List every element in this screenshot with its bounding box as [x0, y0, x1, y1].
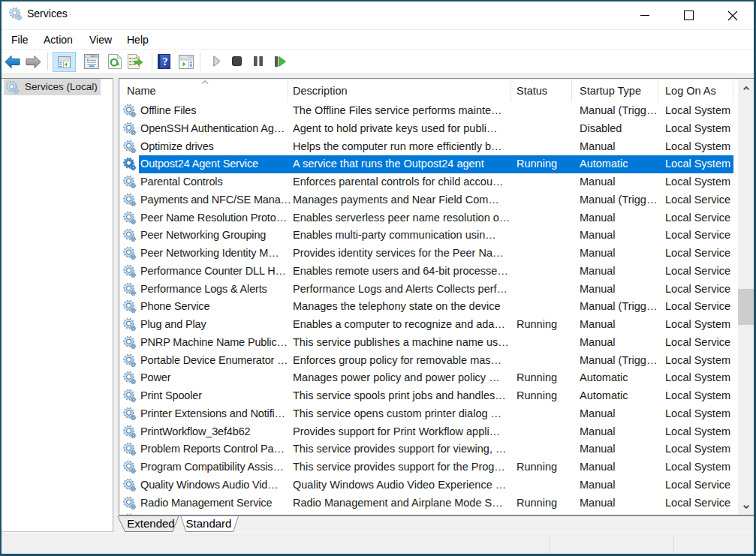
start-service-button[interactable] [213, 56, 221, 67]
help-button[interactable] [158, 54, 170, 69]
back-button[interactable] [5, 55, 20, 69]
column-header-startup-type[interactable]: Startup Type [572, 79, 658, 102]
service-row[interactable]: OpenSSH Authentication Ag… Agent to hold… [119, 120, 738, 138]
service-gear-icon [122, 425, 137, 439]
cell-name: Power [140, 371, 291, 383]
toolbar [2, 50, 754, 74]
column-header-status[interactable]: Status [511, 79, 572, 102]
service-row[interactable]: Problem Reports Control Pa… This service… [119, 440, 738, 458]
export-list-button[interactable] [128, 54, 143, 69]
cell-name: Optimize drives [140, 140, 291, 152]
cell-status: Running [517, 497, 571, 509]
maximize-button[interactable] [671, 2, 706, 29]
menu-action[interactable]: Action [44, 34, 73, 46]
forward-button[interactable] [26, 55, 41, 69]
service-row[interactable]: Plug and Play Enables a computer to reco… [119, 316, 738, 334]
service-row[interactable]: Peer Networking Identity M… Provides ide… [119, 245, 738, 263]
action-pane-icon [179, 55, 194, 69]
cell-description: Quality Windows Audio Video Experience … [293, 479, 509, 491]
cell-name: Program Compatibility Assis… [140, 461, 291, 473]
list-header: Name Description Status Startup Type Log… [119, 79, 738, 102]
service-gear-icon [122, 228, 137, 242]
service-row[interactable]: Offline Files The Offline Files service … [119, 102, 738, 120]
cell-status: Running [517, 389, 571, 401]
cell-log-on-as: Local System [665, 354, 734, 366]
cell-log-on-as: Local System [665, 104, 734, 116]
cell-name: Peer Networking Identity M… [140, 247, 291, 259]
cell-log-on-as: Local Service [665, 194, 734, 206]
close-button[interactable] [715, 2, 750, 29]
service-gear-icon [122, 299, 137, 314]
cell-startup-type: Automatic [580, 158, 656, 170]
service-row[interactable]: Performance Counter DLL H… Enables remot… [119, 263, 738, 281]
menu-file[interactable]: File [11, 34, 29, 46]
properties-button[interactable] [84, 54, 99, 69]
cell-description: Enforces parental controls for child acc… [293, 176, 509, 188]
service-row[interactable]: Portable Device Enumerator … Enforces gr… [119, 352, 738, 370]
cell-log-on-as: Local Service [665, 300, 734, 312]
cell-name: Performance Counter DLL H… [140, 265, 291, 277]
cell-startup-type: Manual (Trigg… [580, 300, 656, 312]
service-row[interactable]: Radio Management Service Radio Managemen… [119, 494, 738, 512]
cell-description: This service publishes a machine name us… [293, 336, 509, 348]
service-row[interactable]: Printer Extensions and Notifi… This serv… [119, 405, 738, 423]
help-book-icon [158, 54, 170, 69]
service-row[interactable]: PNRP Machine Name Public… This service p… [119, 334, 738, 352]
cell-description: Agent to hold private keys used for publ… [293, 122, 509, 134]
cell-name: Print Spooler [140, 389, 291, 401]
show-hide-console-tree-button[interactable] [53, 52, 76, 72]
scroll-up-button[interactable] [738, 79, 754, 92]
service-row[interactable]: Print Spooler This service spools print … [119, 387, 738, 405]
pause-service-button[interactable] [254, 56, 263, 66]
cell-description: The Offline Files service performs maint… [293, 104, 509, 116]
scroll-down-button[interactable] [738, 502, 754, 515]
menu-help[interactable]: Help [127, 34, 149, 46]
tab-standard[interactable]: Standard [182, 517, 235, 530]
service-row[interactable]: Payments and NFC/SE Mana… Manages paymen… [119, 191, 738, 209]
service-row[interactable]: Quality Windows Audio Vid… Quality Windo… [119, 476, 738, 494]
tab-extended[interactable]: Extended [125, 517, 177, 530]
service-row[interactable]: Peer Name Resolution Proto… Enables serv… [119, 209, 738, 227]
cell-name: PNRP Machine Name Public… [140, 336, 291, 348]
cell-startup-type: Manual [580, 425, 656, 437]
cell-name: Payments and NFC/SE Mana… [140, 194, 291, 206]
service-row[interactable]: Power Manages power policy and power pol… [119, 369, 738, 387]
tree-item-services-local[interactable]: Services (Local) [4, 79, 101, 95]
column-header-name[interactable]: Name [119, 79, 288, 102]
minimize-button[interactable] [628, 2, 662, 29]
service-row[interactable]: PrintWorkflow_3ef4b62 Provides support f… [119, 423, 738, 441]
service-row[interactable]: Performance Logs & Alerts Performance Lo… [119, 281, 738, 299]
service-row[interactable]: Program Compatibility Assis… This servic… [119, 458, 738, 476]
cell-startup-type: Automatic [580, 371, 656, 383]
cell-status: Running [517, 461, 571, 473]
scrollbar-thumb[interactable] [738, 289, 754, 325]
stop-service-button[interactable] [232, 56, 242, 66]
service-row[interactable]: Parental Controls Enforces parental cont… [119, 173, 738, 191]
service-row[interactable]: Optimize drives Helps the computer run m… [119, 138, 738, 156]
cell-startup-type: Manual [580, 247, 656, 259]
cell-log-on-as: Local System [665, 389, 734, 401]
restart-service-button[interactable] [275, 56, 286, 67]
vertical-scrollbar[interactable] [738, 79, 754, 515]
services-window: Services File Action View Help [0, 0, 756, 556]
show-hide-action-pane-button[interactable] [179, 55, 194, 69]
service-row[interactable]: Outpost24 Agent Service A service that r… [119, 155, 738, 173]
cell-log-on-as: Local Service [665, 336, 734, 348]
cell-description: Helps the computer run more efficiently … [293, 140, 509, 152]
refresh-button[interactable] [108, 54, 122, 69]
forward-arrow-icon [26, 55, 41, 69]
services-gear-icon [8, 7, 23, 21]
status-bar [2, 532, 754, 554]
cell-name: Printer Extensions and Notifi… [140, 407, 291, 419]
cell-description: Manages power policy and power policy … [293, 371, 509, 383]
column-header-description[interactable]: Description [288, 79, 511, 102]
column-header-log-on-as[interactable]: Log On As [658, 79, 733, 102]
cell-name: Performance Logs & Alerts [140, 283, 291, 295]
column-separator[interactable] [733, 80, 733, 102]
service-row[interactable]: Peer Networking Grouping Enables multi-p… [119, 227, 738, 245]
cell-name: Quality Windows Audio Vid… [140, 479, 291, 491]
menu-view[interactable]: View [89, 34, 112, 46]
service-row[interactable] [119, 512, 738, 515]
service-gear-icon [122, 407, 137, 421]
service-row[interactable]: Phone Service Manages the telephony stat… [119, 298, 738, 316]
